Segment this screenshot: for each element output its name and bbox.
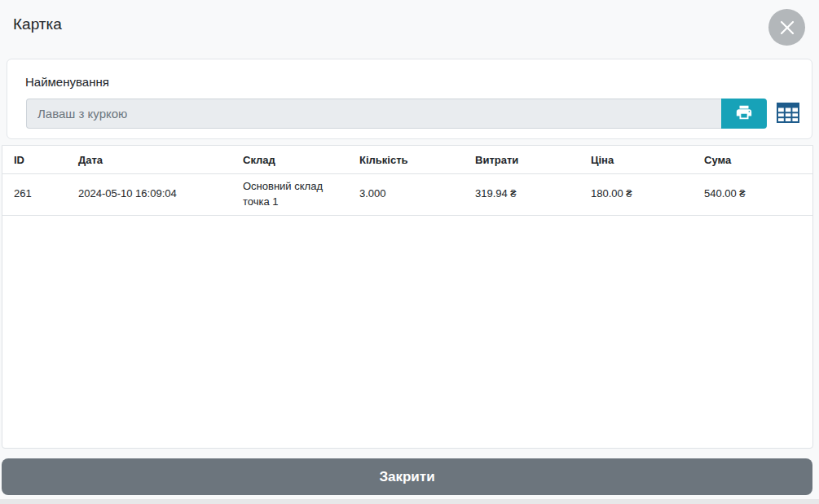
backdrop-edge (0, 499, 819, 504)
column-header-price: Ціна (579, 146, 693, 174)
table-grid-icon (777, 103, 799, 125)
close-icon (779, 20, 795, 36)
table-row: 261 2024-05-10 16:09:04 Основний склад т… (2, 174, 812, 216)
history-table: ID Дата Склад Кількість Витрати Ціна Сум… (2, 146, 812, 216)
cell-price: 180.00 ₴ (579, 174, 693, 216)
printer-icon (735, 103, 753, 124)
cell-quantity: 3.000 (348, 174, 464, 216)
column-header-sum: Сума (693, 146, 812, 174)
cell-warehouse: Основний склад точка 1 (231, 174, 348, 216)
column-header-warehouse: Склад (231, 146, 348, 174)
name-input-group (26, 99, 767, 129)
close-modal-footer-button[interactable]: Закрити (2, 458, 812, 495)
cell-date: 2024-05-10 16:09:04 (67, 174, 231, 216)
page-title: Картка (13, 15, 62, 33)
column-header-id: ID (2, 146, 67, 174)
modal-close-button[interactable] (768, 9, 805, 46)
item-card: Найменування (7, 59, 812, 139)
column-header-quantity: Кількість (348, 146, 464, 174)
cell-sum: 540.00 ₴ (693, 174, 812, 216)
print-button[interactable] (721, 99, 767, 129)
name-field-label: Найменування (25, 75, 109, 89)
table-view-button[interactable] (776, 103, 800, 125)
history-table-container: ID Дата Склад Кількість Витрати Ціна Сум… (2, 145, 813, 449)
column-header-date: Дата (67, 146, 231, 174)
column-header-costs: Витрати (464, 146, 579, 174)
table-header-row: ID Дата Склад Кількість Витрати Ціна Сум… (2, 146, 812, 174)
cell-costs: 319.94 ₴ (464, 174, 579, 216)
name-input[interactable] (26, 99, 721, 129)
cell-id: 261 (2, 174, 67, 216)
